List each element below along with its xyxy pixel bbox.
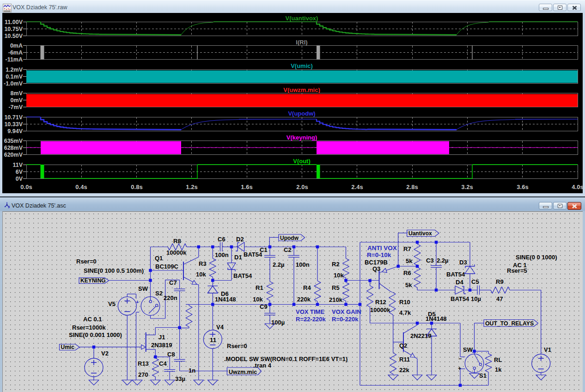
svg-text:270: 270 [138,371,148,378]
svg-text:22k: 22k [399,367,409,374]
svg-text:100n: 100n [296,261,310,268]
svg-text:R5: R5 [332,284,340,291]
svg-text:BAT54: BAT54 [233,272,252,279]
svg-text:-1.0mV: -1.0mV [4,80,23,87]
svg-text:V(umic): V(umic) [291,62,313,69]
svg-text:C9: C9 [260,303,268,310]
svg-text:VOX GAIN: VOX GAIN [332,308,361,315]
svg-text:47: 47 [496,295,503,302]
svg-text:10.75V: 10.75V [4,26,23,32]
svg-text:BC109C: BC109C [155,263,178,270]
svg-text:S1: S1 [479,372,487,379]
svg-text:2.0s: 2.0s [296,184,308,190]
svg-text:−: − [136,309,140,315]
svg-text:-11mA: -11mA [5,56,23,63]
svg-text:Q1: Q1 [155,255,163,262]
svg-text:0.0s: 0.0s [20,184,32,190]
svg-text:V(upodw): V(upodw) [288,110,315,117]
svg-text:620mV: 620mV [4,152,23,158]
svg-text:SINE(0 0 1000): SINE(0 0 1000) [516,254,557,261]
svg-text:-7mV: -7mV [8,104,23,110]
svg-text:4.0s: 4.0s [572,184,583,190]
svg-text:10000k: 10000k [370,306,390,313]
svg-text:2N3819: 2N3819 [151,342,172,349]
svg-text:1n: 1n [189,367,195,374]
svg-text:2N2219: 2N2219 [410,332,432,339]
svg-text:628mV: 628mV [4,145,23,151]
svg-text:C2: C2 [284,246,292,253]
svg-text:R12: R12 [375,299,386,306]
svg-text:V4: V4 [216,324,224,331]
svg-text:R2: R2 [332,261,340,268]
svg-text:I(RI): I(RI) [296,39,307,46]
svg-text:220n: 220n [164,294,177,301]
svg-text:C8: C8 [167,351,175,358]
svg-text:D1: D1 [234,254,242,261]
svg-text:R6: R6 [403,270,411,276]
svg-text:.tran 4: .tran 4 [253,362,272,369]
svg-text:+: + [136,299,139,305]
svg-text:D3: D3 [459,259,467,266]
svg-text:Rser=5: Rser=5 [507,267,527,274]
svg-text:1k: 1k [495,366,502,373]
svg-text:C3: C3 [426,257,434,264]
svg-text:RL: RL [494,356,502,363]
svg-text:SINE(0 0.001 1000): SINE(0 0.001 1000) [69,331,122,338]
svg-text:33µ: 33µ [175,375,185,382]
svg-text:635mV: 635mV [4,138,23,144]
svg-text:10000k: 10000k [166,249,187,256]
svg-text:210k: 210k [329,296,343,303]
svg-text:KEYNING: KEYNING [80,277,106,284]
svg-text:V2: V2 [101,350,109,357]
svg-text:C1: C1 [260,246,268,253]
svg-text:BAT54: BAT54 [446,271,465,278]
svg-text:10µ: 10µ [471,295,481,302]
svg-text:10k: 10k [196,271,206,278]
svg-text:S2: S2 [155,290,163,297]
svg-text:C6: C6 [218,236,225,243]
svg-text:5k: 5k [405,282,412,288]
svg-text:D2: D2 [236,236,244,243]
svg-text:8mV: 8mV [11,90,23,97]
svg-text:0mA: 0mA [10,43,23,49]
svg-text:V(uwzm.mic): V(uwzm.mic) [283,86,320,93]
svg-text:BAT54: BAT54 [451,295,469,302]
svg-text:1.2s: 1.2s [186,184,197,190]
svg-text:R1: R1 [256,284,263,291]
svg-text:10.71V: 10.71V [4,114,23,121]
svg-text:100n: 100n [215,251,229,258]
svg-text:3.2s: 3.2s [461,184,473,190]
svg-text:1.6s: 1.6s [241,184,252,190]
svg-text:Uantivox: Uantivox [408,230,432,237]
svg-text:R4: R4 [303,284,311,291]
svg-text:J1: J1 [158,334,165,341]
svg-text:0.8s: 0.8s [131,184,142,190]
svg-text:2.2µ: 2.2µ [273,261,285,268]
svg-text:Upodw: Upodw [280,235,299,241]
svg-text:5k: 5k [406,257,413,264]
svg-text:Uwzm.mic: Uwzm.mic [229,369,257,375]
svg-text:4.7k: 4.7k [399,309,411,316]
svg-text:AC 0.1: AC 0.1 [83,316,102,323]
svg-text:−: − [458,355,462,362]
svg-text:C7: C7 [169,279,177,286]
svg-text:0.4s: 0.4s [75,184,87,190]
svg-text:V(keyning): V(keyning) [286,134,317,141]
svg-text:1N4148: 1N4148 [215,296,236,303]
svg-text:R=22-220k: R=22-220k [296,316,326,323]
svg-text:Rser=0: Rser=0 [227,343,247,349]
svg-text:2.8s: 2.8s [406,184,418,190]
svg-text:2.4s: 2.4s [351,184,363,190]
svg-text:R=0-10k: R=0-10k [367,251,391,258]
svg-text:9.94V: 9.94V [7,128,23,135]
svg-text:.MODEL SW SW(RON=0.1 ROFF=1E6: .MODEL SW SW(RON=0.1 ROFF=1E6 VT=1) [224,355,347,362]
svg-text:11.00V: 11.00V [5,19,23,25]
svg-text:R=0-220k: R=0-220k [332,316,359,323]
svg-text:VOX TIME: VOX TIME [296,308,324,315]
svg-text:C5: C5 [471,278,479,285]
svg-text:R8: R8 [173,238,181,245]
svg-text:V1: V1 [544,346,551,353]
svg-text:10.50V: 10.50V [4,33,23,39]
svg-text:R13: R13 [138,360,149,367]
svg-text:-6mA: -6mA [8,49,23,56]
